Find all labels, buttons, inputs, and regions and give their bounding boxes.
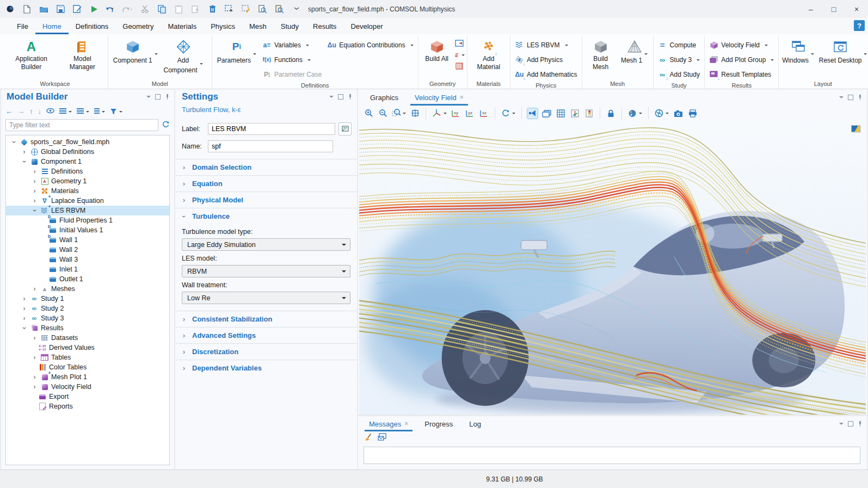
parameter-case-button[interactable]: P|Parameter Case <box>260 67 324 81</box>
physics-interface-dropdown[interactable]: LES RBVM <box>513 38 580 52</box>
tree-filter-input[interactable] <box>5 119 158 131</box>
result-templates-button[interactable]: Result Templates <box>707 67 776 81</box>
collapse-all-icon[interactable] <box>77 108 89 114</box>
zoom-out-icon[interactable] <box>378 108 388 119</box>
study-3-dropdown[interactable]: ∞Study 3 <box>656 53 703 66</box>
tree-item-tables[interactable]: Tables <box>6 353 169 362</box>
panel-float-icon[interactable] <box>848 421 853 427</box>
panel-menu-icon[interactable] <box>329 94 334 100</box>
move-up-icon[interactable]: ↑ <box>29 108 33 115</box>
rebuild-icon[interactable] <box>454 50 465 60</box>
back-icon[interactable]: ← <box>5 108 13 115</box>
tree-item-geometry-1[interactable]: Geometry 1 <box>6 176 169 186</box>
show-icon[interactable] <box>46 108 54 115</box>
forward-icon[interactable]: → <box>17 108 24 115</box>
tree-item-inlet-1[interactable]: Inlet 1 <box>6 264 169 274</box>
panel-pin-icon[interactable] <box>347 94 353 100</box>
open-file-button[interactable] <box>38 4 49 15</box>
turbulence-model-type-select[interactable]: Large Eddy Simulation <box>182 238 350 251</box>
section-physical-model[interactable]: Physical Model <box>175 192 357 208</box>
minimize-button[interactable]: – <box>799 0 822 18</box>
compute-button[interactable]: =Compute <box>656 38 703 52</box>
tab-messages[interactable]: Messages× <box>365 416 413 431</box>
section-domain-selection[interactable]: Domain Selection <box>175 159 357 175</box>
new-file-button[interactable] <box>21 4 32 15</box>
clear-messages-icon[interactable] <box>365 433 372 443</box>
wall-treatment-select[interactable]: Low Re <box>182 292 350 304</box>
panel-pin-icon[interactable] <box>857 95 863 100</box>
tree-item-component-1[interactable]: Component 1 <box>6 157 169 166</box>
select-box-button[interactable] <box>224 4 235 15</box>
panel-menu-icon[interactable] <box>839 421 844 427</box>
default-3d-view-icon[interactable] <box>432 108 447 119</box>
menu-mesh[interactable]: Mesh <box>242 18 274 34</box>
reset-desktop-button[interactable]: Reset Desktop <box>816 36 865 66</box>
grid-icon[interactable] <box>556 108 566 119</box>
panel-float-icon[interactable] <box>338 94 343 100</box>
axis-orientation-icon[interactable] <box>570 108 580 119</box>
panel-pin-icon[interactable] <box>857 421 863 427</box>
graphics-viewport[interactable] <box>359 121 866 415</box>
insert-sequence-icon[interactable] <box>454 38 465 48</box>
rotate-view-icon[interactable] <box>501 108 516 119</box>
tree-item-study-2[interactable]: Study 2 <box>6 304 169 313</box>
les-model-select[interactable]: RBVM <box>182 265 350 277</box>
tree-item-les-rbvm[interactable]: LES RBVM <box>6 206 169 215</box>
tree-item-study-1[interactable]: Study 1 <box>6 294 169 304</box>
section-turbulence[interactable]: Turbulence Turbulence model type: Large … <box>175 208 357 311</box>
tree-item-mesh-plot-1[interactable]: Mesh Plot 1 <box>6 372 169 382</box>
camera-icon[interactable] <box>673 108 684 119</box>
run-button[interactable] <box>89 4 100 15</box>
menu-home[interactable]: Home <box>35 18 69 34</box>
partition-icon[interactable] <box>454 61 465 71</box>
tree-item-materials[interactable]: Materials <box>6 186 169 196</box>
section-discretization[interactable]: Discretization <box>175 343 357 360</box>
cut-icon[interactable] <box>139 4 150 15</box>
section-consistent-stabilization[interactable]: Consistent Stabilization <box>175 311 357 327</box>
panel-float-icon[interactable] <box>155 94 161 100</box>
tree-item-reports[interactable]: Reports <box>6 401 169 411</box>
component-1-button[interactable]: Component 1 <box>110 36 156 66</box>
menu-materials[interactable]: Materials <box>161 18 204 34</box>
copy-messages-icon[interactable] <box>378 433 386 443</box>
panel-pin-icon[interactable] <box>164 94 170 100</box>
menu-results[interactable]: Results <box>306 18 343 34</box>
undo-button[interactable] <box>106 4 116 15</box>
panel-menu-icon[interactable] <box>839 95 844 100</box>
tree-item-wall-1[interactable]: Wall 1 <box>6 235 169 245</box>
label-field-input[interactable] <box>208 123 335 135</box>
copy-button[interactable] <box>156 4 167 15</box>
add-physics-button[interactable]: Add Physics <box>513 53 580 66</box>
tree-item-global-definitions[interactable]: Global Definitions <box>6 147 169 157</box>
tab-graphics[interactable]: Graphics <box>366 89 403 106</box>
name-field-input[interactable] <box>208 140 333 152</box>
tree-item-root[interactable]: sports_car_flow_field.mph <box>6 137 169 147</box>
tree-item-derived-values[interactable]: Derived Values <box>6 343 169 353</box>
color-legend-icon[interactable] <box>584 108 594 119</box>
section-advanced-settings[interactable]: Advanced Settings <box>175 327 357 343</box>
equation-contributions-button[interactable]: ΔuEquation Contributions <box>325 38 415 52</box>
build-all-button[interactable]: Build All <box>421 36 453 64</box>
tree-item-export[interactable]: Export <box>6 392 169 401</box>
application-builder-button[interactable]: A Application Builder <box>4 36 58 72</box>
tree-item-meshes[interactable]: Meshes <box>6 284 169 294</box>
find-in-model-button[interactable] <box>274 4 285 15</box>
expand-all-icon[interactable] <box>59 108 72 114</box>
panel-menu-icon[interactable] <box>146 94 151 100</box>
snapshot-environment-icon[interactable] <box>654 108 669 119</box>
messages-output[interactable] <box>364 447 860 464</box>
tree-item-velocity-field[interactable]: Velocity Field <box>6 382 169 392</box>
transparency-icon[interactable] <box>527 108 538 119</box>
zoom-box-icon[interactable] <box>392 108 406 119</box>
add-material-button[interactable]: Add Material <box>470 36 508 72</box>
velocity-field-dropdown[interactable]: Velocity Field <box>707 38 776 52</box>
menu-developer[interactable]: Developer <box>343 18 390 34</box>
tree-item-study-3[interactable]: Study 3 <box>6 313 169 323</box>
add-plot-group-button[interactable]: Add Plot Group <box>707 53 776 66</box>
move-down-icon[interactable]: ↓ <box>38 108 42 115</box>
save-button[interactable] <box>55 4 66 15</box>
paste-icon[interactable] <box>173 4 184 15</box>
add-mathematics-button[interactable]: ΔuAdd Mathematics <box>513 67 580 81</box>
close-tab-icon[interactable]: × <box>404 420 408 428</box>
tab-velocity-field[interactable]: Velocity Field× <box>410 89 468 106</box>
